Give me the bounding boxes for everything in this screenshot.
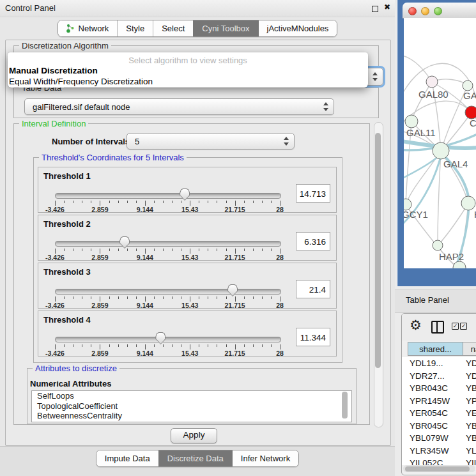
algorithm-option[interactable]: Manual Discretization (8, 65, 368, 76)
cell-shared-name[interactable]: YBR045C (410, 421, 448, 431)
cell-name[interactable]: YIL0 (466, 458, 476, 465)
table-row[interactable]: YLR345WYLR3 (402, 445, 476, 457)
threshold-slider-thumb[interactable] (227, 284, 238, 296)
cell-shared-name[interactable]: YBL079W (410, 433, 449, 443)
threshold-slider-track[interactable] (55, 241, 281, 247)
threshold-slider-thumb[interactable] (119, 236, 130, 249)
interval-definition-legend: Interval Definition (19, 121, 88, 128)
cell-name[interactable]: YBR0 (466, 383, 476, 393)
cell-name[interactable]: YBL0 (466, 433, 476, 443)
thresholds-group: Threshold's Coordinates for 5 Intervals … (33, 157, 342, 363)
table-row[interactable]: YBR043CYBR0 (402, 382, 476, 395)
table-hscrollbar-thumb[interactable] (405, 466, 470, 472)
network-node[interactable] (453, 261, 466, 268)
slider-tick (262, 201, 263, 203)
threshold-slider-thumb[interactable] (155, 332, 165, 344)
algorithm-option[interactable]: Equal Width/Frequency Discretization (8, 76, 368, 87)
network-node-label: GAL11 (406, 127, 436, 138)
slider-tick (136, 201, 137, 203)
threshold-value-field[interactable]: 21.4 (296, 280, 330, 298)
table-row[interactable]: YER054CYER0 (402, 407, 476, 420)
tab-infer-network[interactable]: Infer Network (232, 450, 298, 466)
settings-gear-icon[interactable]: ⚙ (410, 318, 422, 333)
table-row[interactable]: YPR145WYPR1 (402, 395, 476, 408)
cell-shared-name[interactable]: YLR345W (410, 446, 449, 456)
cell-name[interactable]: YBR0 (466, 421, 476, 431)
threshold-slider-track[interactable] (55, 193, 281, 199)
slider-tick (172, 296, 173, 299)
threshold-value-field[interactable]: 11.344 (296, 328, 330, 346)
cell-shared-name[interactable]: YDL19... (410, 358, 443, 368)
slider-tick (217, 249, 217, 251)
slider-tick (145, 344, 146, 349)
threshold-slider-track[interactable] (55, 289, 281, 295)
slider-tick (181, 344, 181, 347)
panel-vscrollbar-thumb[interactable] (375, 133, 381, 368)
tab-style[interactable]: Style (117, 20, 153, 36)
cell-name[interactable]: YPR1 (466, 396, 476, 406)
slider-tick (271, 344, 272, 347)
slider-tick (172, 201, 173, 203)
column-header-name[interactable]: na (463, 342, 476, 356)
tab-select[interactable]: Select (153, 20, 193, 36)
threshold-value-field[interactable]: 14.713 (296, 184, 330, 203)
minimize-traffic-light-icon[interactable] (421, 7, 429, 15)
threshold-slider-thumb[interactable] (180, 188, 190, 201)
cell-shared-name[interactable]: YER054C (410, 408, 448, 418)
tab-impute-data[interactable]: Impute Data (96, 450, 158, 466)
numerical-attributes-list[interactable]: SelfLoopsTopologicalCoefficientBetweenne… (31, 390, 352, 422)
column-layout-icon[interactable] (431, 321, 444, 334)
tab-jactivemnodules[interactable]: jActiveMNodules (258, 20, 337, 36)
slider-tick-label: -3.426 (45, 206, 65, 213)
close-traffic-light-icon[interactable] (408, 7, 417, 15)
slider-tick (145, 296, 146, 302)
network-node-gal11[interactable] (405, 115, 418, 128)
table-data-combo[interactable]: galFiltered.sif default node (24, 98, 334, 115)
threshold-value-field[interactable]: 6.316 (296, 232, 330, 250)
slider-tick (244, 249, 245, 251)
close-icon[interactable]: ✖ (384, 3, 390, 12)
cell-name[interactable]: YDR2 (466, 371, 476, 381)
table-row[interactable]: YDR27...YDR2 (402, 370, 476, 383)
checkbox-icon[interactable]: ✓ (460, 323, 467, 330)
attribute-list-item[interactable]: BetweennessCentrality (32, 411, 351, 421)
network-node-h[interactable] (461, 196, 475, 210)
cell-shared-name[interactable]: YIL052C (410, 458, 443, 465)
network-node-hap2[interactable] (433, 240, 443, 250)
cell-shared-name[interactable]: YPR145W (410, 396, 450, 406)
attributes-group: Attributes to discretize Numerical Attri… (27, 368, 357, 424)
network-node-ga[interactable] (463, 81, 473, 91)
cell-shared-name[interactable]: YBR043C (410, 383, 448, 393)
network-node-c[interactable] (465, 106, 476, 119)
tab-network[interactable]: Network (58, 20, 118, 36)
tab-discretize-data[interactable]: Discretize Data (158, 450, 232, 466)
column-header-shared-name[interactable]: shared... (408, 342, 463, 356)
slider-tick (235, 344, 236, 349)
attributes-list-scrollbar[interactable] (342, 392, 348, 418)
cell-name[interactable]: YLR3 (466, 446, 476, 456)
discretization-algorithm-legend: Discretization Algorithm (19, 41, 111, 50)
table-row[interactable]: YBL079WYBL0 (402, 432, 476, 445)
network-edge[interactable] (442, 112, 472, 150)
network-node-gal4[interactable] (433, 142, 449, 159)
slider-tick (109, 296, 110, 299)
cell-shared-name[interactable]: YDR27... (410, 371, 445, 381)
number-of-intervals-combo[interactable]: 5 (127, 133, 295, 150)
cell-name[interactable]: YDL1 (466, 358, 476, 368)
network-canvas[interactable]: GAL80GACGAL11GAL4GCY1HHAP2 (404, 18, 476, 268)
table-row[interactable]: YDL19...YDL1 (402, 357, 476, 370)
zoom-traffic-light-icon[interactable] (434, 7, 442, 15)
slider-tick (127, 296, 128, 299)
table-row[interactable]: YBR045CYBR0 (402, 420, 476, 433)
threshold-slider-track[interactable] (55, 337, 281, 342)
checkbox-icon[interactable]: ✓ (452, 323, 459, 330)
apply-button[interactable]: Apply (171, 428, 217, 443)
float-window-icon[interactable] (372, 6, 378, 12)
attribute-list-item[interactable]: TopologicalCoefficient (32, 401, 351, 411)
table-row[interactable]: YIL052CYIL0 (402, 457, 476, 465)
tab-cyni-toolbox[interactable]: Cyni Toolbox (193, 20, 257, 36)
cell-name[interactable]: YER0 (466, 408, 476, 418)
slider-tick (217, 296, 217, 299)
network-node-gal80[interactable] (426, 76, 438, 88)
attribute-list-item[interactable]: SelfLoops (32, 391, 351, 401)
